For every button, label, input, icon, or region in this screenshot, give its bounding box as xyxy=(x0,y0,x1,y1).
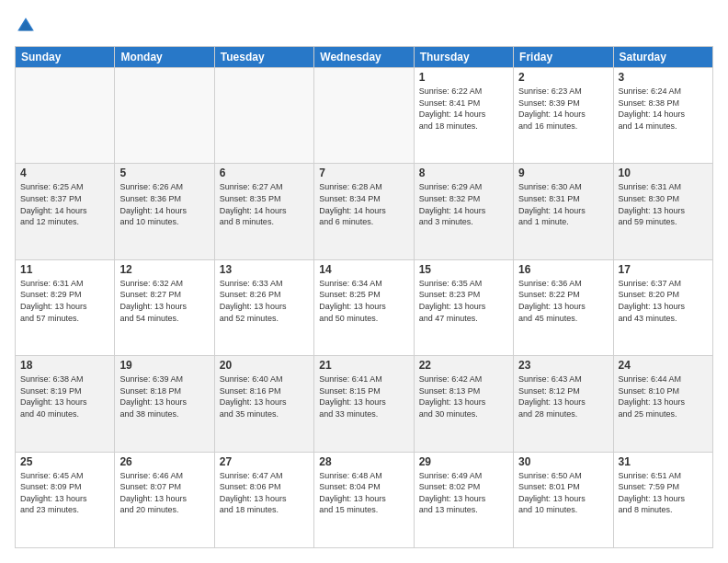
day-info: Sunrise: 6:51 AMSunset: 7:59 PMDaylight:… xyxy=(619,470,708,516)
day-number: 16 xyxy=(518,263,608,276)
calendar-cell xyxy=(115,68,214,164)
calendar-cell: 21Sunrise: 6:41 AMSunset: 8:15 PMDayligh… xyxy=(314,356,414,452)
header xyxy=(15,15,713,37)
day-info: Sunrise: 6:49 AMSunset: 8:02 PMDaylight:… xyxy=(419,470,508,516)
day-info: Sunrise: 6:28 AMSunset: 8:34 PMDaylight:… xyxy=(319,181,408,227)
day-info: Sunrise: 6:24 AMSunset: 8:38 PMDaylight:… xyxy=(619,86,708,132)
calendar-week-row: 11Sunrise: 6:31 AMSunset: 8:29 PMDayligh… xyxy=(16,259,713,355)
day-number: 1 xyxy=(419,71,508,84)
calendar-cell: 27Sunrise: 6:47 AMSunset: 8:06 PMDayligh… xyxy=(214,452,313,547)
calendar-cell xyxy=(16,68,115,164)
calendar-cell xyxy=(214,68,313,164)
day-info: Sunrise: 6:37 AMSunset: 8:20 PMDaylight:… xyxy=(619,278,708,324)
day-info: Sunrise: 6:31 AMSunset: 8:29 PMDaylight:… xyxy=(20,278,109,324)
day-number: 5 xyxy=(119,167,209,179)
day-number: 2 xyxy=(518,71,608,84)
day-number: 13 xyxy=(220,263,309,276)
calendar-week-row: 25Sunrise: 6:45 AMSunset: 8:09 PMDayligh… xyxy=(16,452,713,547)
day-number: 15 xyxy=(419,263,508,276)
calendar-cell: 15Sunrise: 6:35 AMSunset: 8:23 PMDayligh… xyxy=(414,259,513,355)
day-number: 24 xyxy=(619,359,708,372)
day-number: 26 xyxy=(119,455,209,468)
day-number: 23 xyxy=(518,359,608,372)
calendar-page: SundayMondayTuesdayWednesdayThursdayFrid… xyxy=(0,0,728,563)
day-info: Sunrise: 6:34 AMSunset: 8:25 PMDaylight:… xyxy=(319,278,408,324)
calendar-header-row: SundayMondayTuesdayWednesdayThursdayFrid… xyxy=(16,47,713,68)
day-number: 30 xyxy=(518,455,608,468)
day-info: Sunrise: 6:29 AMSunset: 8:32 PMDaylight:… xyxy=(419,181,508,227)
calendar-cell: 18Sunrise: 6:38 AMSunset: 8:19 PMDayligh… xyxy=(16,356,115,452)
calendar-cell: 19Sunrise: 6:39 AMSunset: 8:18 PMDayligh… xyxy=(115,356,214,452)
day-header-thursday: Thursday xyxy=(414,47,513,68)
day-info: Sunrise: 6:36 AMSunset: 8:22 PMDaylight:… xyxy=(518,278,608,324)
day-info: Sunrise: 6:47 AMSunset: 8:06 PMDaylight:… xyxy=(220,470,309,516)
day-info: Sunrise: 6:38 AMSunset: 8:19 PMDaylight:… xyxy=(20,373,109,419)
calendar-cell: 24Sunrise: 6:44 AMSunset: 8:10 PMDayligh… xyxy=(613,356,712,452)
calendar-cell: 29Sunrise: 6:49 AMSunset: 8:02 PMDayligh… xyxy=(414,452,513,547)
day-info: Sunrise: 6:33 AMSunset: 8:26 PMDaylight:… xyxy=(220,278,309,324)
day-info: Sunrise: 6:35 AMSunset: 8:23 PMDaylight:… xyxy=(419,278,508,324)
calendar-cell: 9Sunrise: 6:30 AMSunset: 8:31 PMDaylight… xyxy=(514,164,613,259)
day-number: 18 xyxy=(20,359,109,372)
calendar-cell: 30Sunrise: 6:50 AMSunset: 8:01 PMDayligh… xyxy=(514,452,613,547)
day-number: 27 xyxy=(220,455,309,468)
day-number: 3 xyxy=(619,71,708,84)
calendar-cell: 14Sunrise: 6:34 AMSunset: 8:25 PMDayligh… xyxy=(314,259,414,355)
calendar-cell: 3Sunrise: 6:24 AMSunset: 8:38 PMDaylight… xyxy=(613,68,712,164)
calendar-cell: 28Sunrise: 6:48 AMSunset: 8:04 PMDayligh… xyxy=(314,452,414,547)
calendar-cell: 5Sunrise: 6:26 AMSunset: 8:36 PMDaylight… xyxy=(115,164,214,259)
day-number: 31 xyxy=(619,455,708,468)
day-info: Sunrise: 6:50 AMSunset: 8:01 PMDaylight:… xyxy=(518,470,608,516)
day-info: Sunrise: 6:25 AMSunset: 8:37 PMDaylight:… xyxy=(20,181,109,227)
calendar-cell: 25Sunrise: 6:45 AMSunset: 8:09 PMDayligh… xyxy=(16,452,115,547)
day-number: 28 xyxy=(319,455,408,468)
day-info: Sunrise: 6:39 AMSunset: 8:18 PMDaylight:… xyxy=(119,373,209,419)
calendar-cell: 7Sunrise: 6:28 AMSunset: 8:34 PMDaylight… xyxy=(314,164,414,259)
day-info: Sunrise: 6:46 AMSunset: 8:07 PMDaylight:… xyxy=(119,470,209,516)
day-number: 25 xyxy=(20,455,109,468)
day-header-saturday: Saturday xyxy=(613,47,712,68)
day-number: 12 xyxy=(119,263,209,276)
calendar-cell: 26Sunrise: 6:46 AMSunset: 8:07 PMDayligh… xyxy=(115,452,214,547)
calendar-cell: 12Sunrise: 6:32 AMSunset: 8:27 PMDayligh… xyxy=(115,259,214,355)
calendar-cell xyxy=(314,68,414,164)
day-info: Sunrise: 6:42 AMSunset: 8:13 PMDaylight:… xyxy=(419,373,508,419)
day-info: Sunrise: 6:30 AMSunset: 8:31 PMDaylight:… xyxy=(518,181,608,227)
calendar-week-row: 18Sunrise: 6:38 AMSunset: 8:19 PMDayligh… xyxy=(16,356,713,452)
day-number: 14 xyxy=(319,263,408,276)
calendar-cell: 2Sunrise: 6:23 AMSunset: 8:39 PMDaylight… xyxy=(514,68,613,164)
day-header-tuesday: Tuesday xyxy=(214,47,313,68)
day-number: 21 xyxy=(319,359,408,372)
calendar-cell: 22Sunrise: 6:42 AMSunset: 8:13 PMDayligh… xyxy=(414,356,513,452)
day-info: Sunrise: 6:22 AMSunset: 8:41 PMDaylight:… xyxy=(419,86,508,132)
calendar-cell: 17Sunrise: 6:37 AMSunset: 8:20 PMDayligh… xyxy=(613,259,712,355)
day-number: 29 xyxy=(419,455,508,468)
calendar-cell: 8Sunrise: 6:29 AMSunset: 8:32 PMDaylight… xyxy=(414,164,513,259)
logo xyxy=(15,15,40,37)
day-info: Sunrise: 6:40 AMSunset: 8:16 PMDaylight:… xyxy=(220,373,309,419)
day-number: 11 xyxy=(20,263,109,276)
day-number: 7 xyxy=(319,167,408,179)
calendar-cell: 1Sunrise: 6:22 AMSunset: 8:41 PMDaylight… xyxy=(414,68,513,164)
day-header-friday: Friday xyxy=(514,47,613,68)
day-number: 17 xyxy=(619,263,708,276)
day-number: 10 xyxy=(619,167,708,179)
calendar-cell: 6Sunrise: 6:27 AMSunset: 8:35 PMDaylight… xyxy=(214,164,313,259)
calendar-cell: 4Sunrise: 6:25 AMSunset: 8:37 PMDaylight… xyxy=(16,164,115,259)
day-number: 8 xyxy=(419,167,508,179)
calendar-cell: 23Sunrise: 6:43 AMSunset: 8:12 PMDayligh… xyxy=(514,356,613,452)
day-info: Sunrise: 6:43 AMSunset: 8:12 PMDaylight:… xyxy=(518,373,608,419)
day-info: Sunrise: 6:26 AMSunset: 8:36 PMDaylight:… xyxy=(119,181,209,227)
day-number: 19 xyxy=(119,359,209,372)
day-number: 20 xyxy=(220,359,309,372)
day-info: Sunrise: 6:32 AMSunset: 8:27 PMDaylight:… xyxy=(119,278,209,324)
day-info: Sunrise: 6:45 AMSunset: 8:09 PMDaylight:… xyxy=(20,470,109,516)
logo-icon xyxy=(15,15,37,37)
day-number: 9 xyxy=(518,167,608,179)
day-info: Sunrise: 6:31 AMSunset: 8:30 PMDaylight:… xyxy=(619,181,708,227)
day-info: Sunrise: 6:23 AMSunset: 8:39 PMDaylight:… xyxy=(518,86,608,132)
day-number: 6 xyxy=(220,167,309,179)
day-info: Sunrise: 6:41 AMSunset: 8:15 PMDaylight:… xyxy=(319,373,408,419)
calendar-table: SundayMondayTuesdayWednesdayThursdayFrid… xyxy=(15,46,713,548)
calendar-cell: 10Sunrise: 6:31 AMSunset: 8:30 PMDayligh… xyxy=(613,164,712,259)
